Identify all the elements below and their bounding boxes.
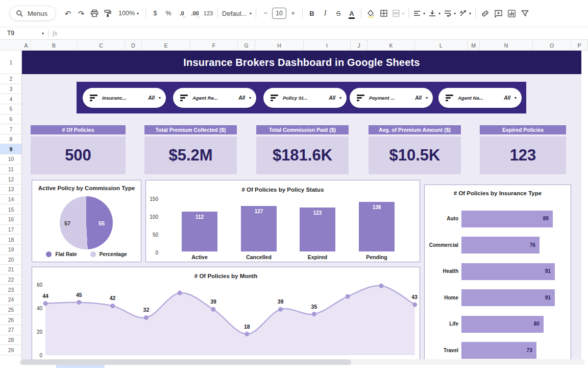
sheet-tab-strip	[0, 365, 588, 368]
column-header-I[interactable]: I	[304, 40, 351, 51]
row-header-1[interactable]: 1	[0, 51, 22, 74]
format-currency-button[interactable]: $	[149, 7, 162, 20]
slicer-filter-3[interactable]: Policy St...All▾	[263, 88, 347, 108]
insert-comment-button[interactable]	[492, 7, 505, 20]
hbar-category-label: Health	[427, 268, 458, 274]
text-wrap-button[interactable]: ▾	[442, 7, 457, 20]
dashboard-title: Insurance Brokers Dashboard in Google Sh…	[183, 57, 420, 68]
column-header-B[interactable]: B	[31, 40, 78, 51]
redo-button[interactable]: ↷	[75, 7, 88, 20]
column-header-O[interactable]: O	[533, 40, 571, 51]
row-header-4[interactable]: 4	[0, 94, 22, 104]
format-percent-button[interactable]: %	[162, 7, 175, 20]
row-header-28[interactable]: 28	[0, 335, 22, 346]
horizontal-align-button[interactable]: ▾	[411, 7, 427, 20]
insert-link-button[interactable]	[478, 7, 492, 20]
vertical-align-button[interactable]: ▾	[427, 7, 442, 20]
row-header-15[interactable]: 15	[0, 204, 22, 215]
slicer-filter-2[interactable]: Agent Re...All▾	[173, 88, 256, 108]
row-header-24[interactable]: 24	[0, 295, 22, 305]
font-family-select[interactable]: Defaul...▾	[220, 7, 253, 20]
column-header-N[interactable]: N	[480, 40, 533, 51]
borders-button[interactable]	[377, 7, 390, 20]
insert-chart-button[interactable]	[505, 7, 518, 20]
create-filter-button[interactable]	[518, 7, 531, 20]
line-chart-policies-by-month[interactable]: # Of Policies by Month604020044454232391…	[32, 267, 420, 364]
column-header-P[interactable]: P	[571, 40, 588, 51]
row-header-8[interactable]: 8	[0, 134, 22, 145]
fill-color-button[interactable]	[364, 7, 377, 20]
italic-button[interactable]: I	[318, 7, 332, 20]
column-chart-policy-status[interactable]: # Of Policies by Policy Status1501005001…	[145, 180, 420, 262]
slicer-filter-5[interactable]: Agent Na...All▾	[438, 88, 522, 108]
row-header-20[interactable]: 20	[0, 255, 22, 265]
row-header-17[interactable]: 17	[0, 225, 22, 235]
row-header-5[interactable]: 5	[0, 104, 22, 114]
column-header-A[interactable]: A	[22, 40, 31, 51]
column-header-F[interactable]: F	[190, 40, 238, 51]
horizontal-scrollbar-track[interactable]	[19, 359, 585, 365]
row-header-11[interactable]: 11	[0, 165, 22, 175]
row-header-16[interactable]: 16	[0, 215, 22, 225]
line-data-point	[312, 312, 316, 316]
row-header-25[interactable]: 25	[0, 305, 22, 315]
row-header-26[interactable]: 26	[0, 315, 22, 325]
slicer-filter-1[interactable]: Insuranc...All▾	[83, 88, 166, 108]
increase-decimal-button[interactable]: .00→	[188, 7, 202, 20]
row-header-13[interactable]: 13	[0, 185, 22, 195]
active-sheet-tab[interactable]	[56, 365, 105, 368]
line-data-point	[43, 301, 48, 306]
column-header-G[interactable]: G	[238, 40, 255, 51]
row-header-29[interactable]: 29	[0, 345, 22, 355]
column-headers: ABCDEFGHIJKLMNOP	[0, 40, 588, 51]
column-header-J[interactable]: J	[351, 40, 368, 51]
print-button[interactable]	[88, 7, 101, 20]
menus-button[interactable]: Menus	[9, 6, 56, 21]
column-header-D[interactable]: D	[125, 40, 142, 51]
row-header-10[interactable]: 10	[0, 154, 22, 165]
column-header-L[interactable]: L	[415, 40, 468, 51]
fx-icon[interactable]: fx	[53, 29, 57, 37]
row-header-22[interactable]: 22	[0, 275, 22, 285]
font-size-input[interactable]: 10	[272, 8, 286, 19]
bold-button[interactable]: B	[305, 7, 318, 20]
row-header-23[interactable]: 23	[0, 285, 22, 295]
column-header-K[interactable]: K	[368, 40, 415, 51]
increase-font-size-button[interactable]: +	[286, 7, 300, 20]
more-formats-button[interactable]: 123	[202, 7, 215, 20]
row-header-9[interactable]: 9	[0, 144, 22, 154]
column-header-E[interactable]: E	[142, 40, 190, 51]
paint-format-button[interactable]	[101, 7, 114, 20]
line-data-point	[110, 304, 115, 308]
decrease-decimal-button[interactable]: .0←	[175, 7, 188, 20]
row-header-2[interactable]: 2	[0, 74, 22, 84]
row-header-18[interactable]: 18	[0, 235, 22, 245]
merge-cells-button[interactable]: ▾	[390, 7, 406, 20]
row-header-7[interactable]: 7	[0, 124, 22, 134]
chevron-down-icon: ▾	[514, 96, 517, 100]
column-header-H[interactable]: H	[255, 40, 304, 51]
column-header-M[interactable]: M	[468, 40, 480, 51]
hbar-value-label: 89	[535, 216, 549, 221]
column-header-C[interactable]: C	[78, 40, 125, 51]
hbar-category-label: Home	[427, 295, 458, 301]
zoom-control[interactable]: 100%▾	[114, 7, 143, 20]
row-header-21[interactable]: 21	[0, 265, 22, 275]
horizontal-scrollbar-thumb[interactable]	[20, 359, 351, 365]
row-header-14[interactable]: 14	[0, 195, 22, 205]
row-header-6[interactable]: 6	[0, 114, 22, 125]
slicer-filter-4[interactable]: Payment ...All▾	[350, 88, 433, 108]
undo-button[interactable]: ↶	[61, 7, 75, 20]
row-header-12[interactable]: 12	[0, 174, 22, 185]
strikethrough-button[interactable]: S	[332, 7, 345, 20]
name-box[interactable]: T9 ▾	[0, 30, 44, 37]
text-rotation-button[interactable]: A▾	[457, 7, 473, 20]
column-chart-title: # Of Policies by Policy Status	[146, 187, 420, 193]
row-header-3[interactable]: 3	[0, 84, 22, 95]
bar-chart-insurance-type[interactable]: # Of Policies by Insurance TypeAuto89Com…	[424, 185, 571, 363]
decrease-font-size-button[interactable]: −	[259, 7, 272, 20]
row-header-27[interactable]: 27	[0, 325, 22, 335]
pie-chart-commission-type[interactable]: Active Policy by Commission Type5755Flat…	[32, 180, 141, 262]
text-color-button[interactable]: A	[345, 7, 358, 20]
row-header-19[interactable]: 19	[0, 245, 22, 255]
